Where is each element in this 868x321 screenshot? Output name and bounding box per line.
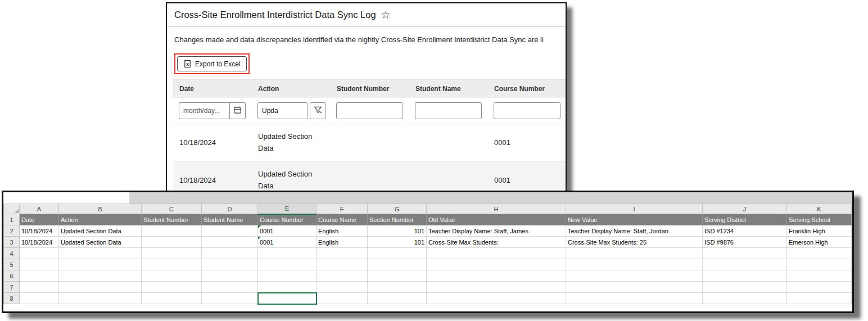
cell-H8[interactable] [427, 293, 566, 304]
cell-D3[interactable] [202, 237, 258, 248]
cell-G8[interactable] [368, 293, 427, 304]
cell-C6[interactable] [142, 270, 202, 282]
column-header-I[interactable]: I [566, 204, 703, 214]
cell-A3[interactable]: 10/18/2024 [20, 237, 59, 248]
cell-I6[interactable] [566, 270, 703, 282]
cell-B2[interactable]: Updated Section Data [59, 225, 142, 237]
cell-B5[interactable] [59, 259, 142, 270]
cell-C3[interactable] [142, 237, 202, 248]
cell-E8[interactable] [258, 293, 317, 304]
cell-A1[interactable]: Date [20, 214, 59, 225]
spreadsheet-grid[interactable]: ABCDEFGHIJK1DateActionStudent NumberStud… [3, 204, 852, 305]
cell-C5[interactable] [142, 259, 202, 270]
column-header-A[interactable]: A [20, 204, 59, 214]
cell-A5[interactable] [20, 259, 59, 270]
cell-H7[interactable] [427, 282, 566, 293]
cell-J8[interactable] [703, 293, 787, 304]
cell-F5[interactable] [317, 259, 368, 270]
cell-H4[interactable] [427, 248, 566, 259]
cell-E1[interactable]: Course Number [258, 214, 317, 225]
column-header-K[interactable]: K [787, 204, 852, 214]
cell-F6[interactable] [317, 270, 368, 282]
cell-J2[interactable]: ISD #1234 [703, 225, 787, 237]
cell-B7[interactable] [59, 282, 142, 293]
cell-F4[interactable] [317, 248, 368, 259]
cell-D6[interactable] [202, 270, 258, 282]
cell-C7[interactable] [142, 282, 202, 293]
cell-F8[interactable] [317, 293, 368, 304]
row-header-6[interactable]: 6 [4, 270, 20, 282]
cell-C8[interactable] [142, 293, 202, 304]
export-to-excel-button[interactable]: x Export to Excel [177, 56, 247, 71]
cell-A4[interactable] [20, 248, 59, 259]
cell-I7[interactable] [566, 282, 703, 293]
column-header-H[interactable]: H [427, 204, 566, 214]
cell-H2[interactable]: Teacher Display Name: Staff, James [427, 225, 566, 237]
cell-D1[interactable]: Student Name [202, 214, 258, 225]
cell-G7[interactable] [368, 282, 427, 293]
student-name-filter-input[interactable] [415, 102, 482, 119]
action-filter-input[interactable] [257, 102, 308, 119]
row-header-3[interactable]: 3 [4, 237, 20, 248]
cell-K1[interactable]: Serving School [787, 214, 852, 225]
cell-A8[interactable] [20, 293, 59, 304]
cell-K7[interactable] [787, 282, 852, 293]
cell-C1[interactable]: Student Number [142, 214, 202, 225]
cell-J6[interactable] [703, 270, 787, 282]
cell-E6[interactable] [258, 270, 317, 282]
cell-J7[interactable] [703, 282, 787, 293]
cell-H5[interactable] [427, 259, 566, 270]
cell-D4[interactable] [202, 248, 258, 259]
course-number-filter-input[interactable] [494, 102, 560, 119]
log-row-1[interactable]: 10/18/2024 Updated Section Data 0001 [173, 124, 566, 162]
column-header-E[interactable]: E [258, 204, 317, 214]
cell-I5[interactable] [566, 259, 703, 270]
cell-K2[interactable]: Franklin High [787, 225, 852, 237]
cell-K5[interactable] [787, 259, 852, 270]
calendar-button[interactable] [229, 102, 246, 119]
cell-K4[interactable] [787, 248, 852, 259]
cell-A7[interactable] [20, 282, 59, 293]
cell-B4[interactable] [59, 248, 142, 259]
cell-J1[interactable]: Serving District [703, 214, 787, 225]
cell-I1[interactable]: New Value [566, 214, 703, 225]
cell-B3[interactable]: Updated Section Data [59, 237, 142, 248]
cell-A6[interactable] [20, 270, 59, 282]
cell-H1[interactable]: Old Value [427, 214, 566, 225]
cell-E3[interactable]: 0001 [258, 237, 317, 248]
cell-I3[interactable]: Cross-Site Max Students: 25 [566, 237, 703, 248]
favorite-star-icon[interactable]: ☆ [381, 10, 391, 20]
row-header-4[interactable]: 4 [4, 248, 20, 259]
cell-A2[interactable]: 10/18/2024 [20, 225, 59, 237]
row-header-8[interactable]: 8 [4, 293, 20, 304]
cell-G3[interactable]: 101 [368, 237, 427, 248]
column-header-J[interactable]: J [703, 204, 787, 214]
cell-J5[interactable] [703, 259, 787, 270]
cell-J3[interactable]: ISD #9876 [703, 237, 787, 248]
cell-D7[interactable] [202, 282, 258, 293]
cell-F7[interactable] [317, 282, 368, 293]
row-header-7[interactable]: 7 [4, 282, 20, 293]
cell-K6[interactable] [787, 270, 852, 282]
cell-K3[interactable]: Emerson High [787, 237, 852, 248]
student-number-filter-input[interactable] [336, 102, 403, 119]
cell-E7[interactable] [258, 282, 317, 293]
cell-I4[interactable] [566, 248, 703, 259]
column-header-F[interactable]: F [317, 204, 368, 214]
cell-H3[interactable]: Cross-Site Max Students: [427, 237, 566, 248]
cell-G5[interactable] [368, 259, 427, 270]
clear-filter-button[interactable] [310, 102, 326, 119]
cell-B1[interactable]: Action [59, 214, 142, 225]
cell-C2[interactable] [142, 225, 202, 237]
cell-D5[interactable] [202, 259, 258, 270]
cell-E5[interactable] [258, 259, 317, 270]
cell-G1[interactable]: Section Number [368, 214, 427, 225]
cell-K8[interactable] [787, 293, 852, 304]
cell-D8[interactable] [202, 293, 258, 304]
cell-J4[interactable] [703, 248, 787, 259]
cell-B8[interactable] [59, 293, 142, 304]
cell-C4[interactable] [142, 248, 202, 259]
row-header-5[interactable]: 5 [4, 259, 20, 270]
cell-F2[interactable]: English [317, 225, 368, 237]
column-header-C[interactable]: C [142, 204, 202, 214]
